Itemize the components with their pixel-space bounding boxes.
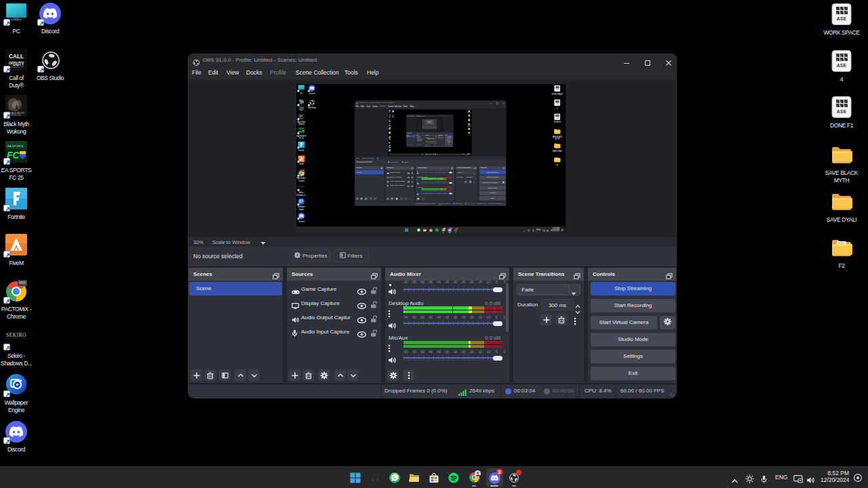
svg-text:ASE: ASE [555, 117, 559, 119]
svg-text:EA SPORTS: EA SPORTS [7, 144, 24, 148]
svg-text:ASE: ASE [555, 103, 559, 104]
svg-text:ASE: ASE [837, 109, 847, 114]
svg-text:ASE: ASE [837, 63, 847, 68]
svg-text:WUKONG: WUKONG [12, 114, 22, 117]
svg-text:EA SPORTS: EA SPORTS [298, 127, 303, 129]
svg-text:CALL: CALL [9, 53, 24, 60]
svg-text:ASE: ASE [555, 89, 559, 90]
svg-text:WUKONG: WUKONG [300, 119, 303, 119]
svg-text:ASE: ASE [837, 16, 847, 21]
svg-text:DUTY: DUTY [14, 60, 24, 67]
